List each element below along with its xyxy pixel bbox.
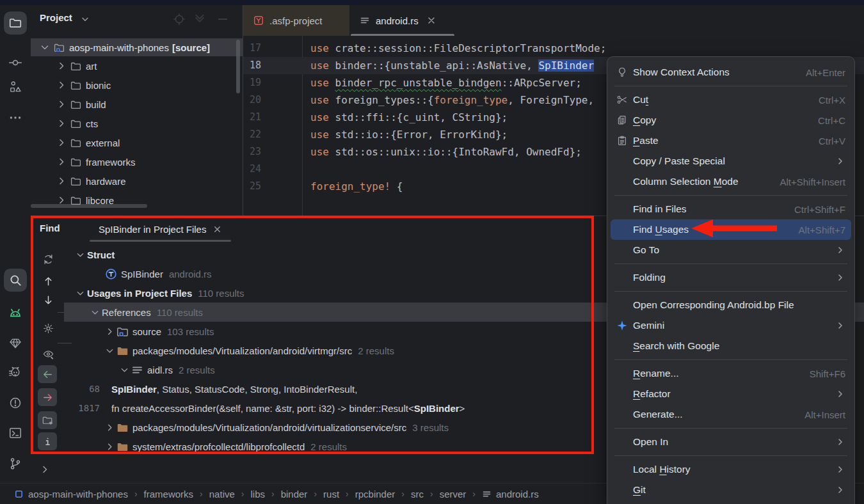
next-occurrence-button[interactable] [41, 293, 55, 307]
project-tree-item[interactable]: external [31, 133, 243, 152]
vertical-scrollbar[interactable] [236, 40, 240, 93]
project-tree-item[interactable]: build [31, 95, 243, 114]
logcat-tool-button[interactable] [4, 302, 27, 325]
navigate-back-button[interactable] [38, 365, 57, 383]
folder-filled-icon [116, 421, 129, 434]
menu-item-find-in-files[interactable]: Find in FilesCtrl+Shift+F [611, 199, 851, 219]
breadcrumb-item[interactable]: frameworks [144, 489, 194, 500]
open-in-new-tab-button[interactable] [38, 411, 57, 429]
breadcrumb-item[interactable]: rust [323, 489, 339, 500]
menu-item-show-context-actions[interactable]: Show Context ActionsAlt+Enter [611, 62, 851, 83]
project-tree-root-item[interactable]: aosp-main-with-phones [source] [31, 38, 243, 56]
breadcrumb-item[interactable]: src [411, 489, 424, 500]
project-tool-button[interactable] [4, 12, 27, 35]
menu-item-copy-paste-special[interactable]: Copy / Paste Special [611, 151, 851, 171]
terminal-tool-button[interactable] [4, 421, 27, 445]
menu-item-git[interactable]: Git [611, 480, 851, 500]
select-opened-file-button[interactable] [173, 13, 186, 26]
settings-button[interactable] [41, 321, 55, 335]
menu-item-cut[interactable]: CutCtrl+X [611, 90, 851, 110]
project-tree-item[interactable]: frameworks [31, 152, 243, 171]
chevron-right-icon[interactable] [105, 326, 116, 336]
more-tool-windows-button[interactable] [4, 106, 27, 129]
tab-android-rs[interactable]: android.rs [349, 5, 456, 36]
chevron-down-icon[interactable] [90, 307, 102, 317]
structure-tool-button[interactable] [4, 75, 27, 98]
menu-item-label: Go To [633, 244, 659, 256]
breadcrumb-separator: › [430, 489, 433, 499]
chevron-right-icon[interactable] [56, 99, 67, 109]
help-button[interactable] [38, 432, 57, 450]
branch-icon [8, 457, 22, 471]
find-tool-button[interactable] [4, 269, 27, 292]
chevron-right-icon[interactable] [56, 157, 67, 167]
menu-item-search-with-google[interactable]: Search with Google [611, 336, 851, 356]
breadcrumb-item[interactable]: android.rs [482, 489, 539, 500]
menu-item-gemini[interactable]: Gemini [611, 315, 851, 336]
menu-item-find-usages[interactable]: Find UsagesAlt+Shift+7 [611, 219, 851, 240]
app-quality-insights-tool-button[interactable] [4, 332, 27, 355]
menu-item-label: Copy [633, 114, 656, 126]
menu-item-generate[interactable]: Generate...Alt+Insert [611, 404, 851, 425]
project-tree-item[interactable]: bionic [31, 75, 243, 95]
chevron-right-icon[interactable] [56, 138, 67, 148]
collapsed-node-chevron[interactable] [40, 464, 50, 475]
breadcrumb-item[interactable]: server [440, 489, 467, 500]
menu-item-open-in[interactable]: Open In [611, 432, 851, 452]
chevron-right-icon[interactable] [105, 441, 116, 452]
collapse-all-button[interactable] [193, 13, 206, 26]
chevron-right-icon[interactable] [56, 80, 67, 90]
previous-occurrence-button[interactable] [41, 274, 55, 288]
chevron-right-icon[interactable] [56, 118, 67, 129]
chevron-right-icon[interactable] [56, 176, 67, 186]
project-tree-item[interactable]: art [31, 56, 243, 75]
chevron-right-icon[interactable] [56, 61, 67, 71]
problems-tool-button[interactable] [4, 391, 27, 414]
commit-tool-button[interactable] [4, 51, 27, 74]
breadcrumb-item[interactable]: aosp-main-with-phones [14, 489, 128, 500]
project-tree-item-label: frameworks [86, 157, 136, 168]
breadcrumb-item[interactable]: binder [281, 489, 308, 500]
folder-icon [70, 80, 81, 91]
result-text: 110 results [157, 307, 203, 318]
project-tree-item[interactable]: cts [31, 114, 243, 133]
menu-item-open-corresponding-android-bp-file[interactable]: Open Corresponding Android.bp File [611, 295, 851, 315]
rerun-search-button[interactable] [41, 252, 55, 266]
chevron-down-icon[interactable] [76, 249, 87, 260]
breadcrumb-item[interactable]: libs [250, 489, 265, 500]
hide-panel-button[interactable] [216, 13, 229, 26]
menu-item-rename[interactable]: Rename...Shift+F6 [611, 363, 851, 384]
chevron-down-icon[interactable] [76, 288, 87, 298]
result-text: source [132, 326, 161, 337]
chevron-down-icon[interactable] [81, 15, 90, 24]
horizontal-scrollbar[interactable] [31, 204, 147, 208]
project-tree-item[interactable]: hardware [31, 171, 243, 191]
chevron-down-icon[interactable] [120, 365, 131, 375]
breadcrumb-item[interactable]: rpcbinder [355, 489, 396, 500]
result-text: 2 results [179, 365, 215, 375]
cat-tool-button[interactable] [4, 361, 27, 384]
code-token: , ForeignType, [508, 94, 594, 106]
close-icon[interactable] [426, 15, 436, 26]
version-control-tool-button[interactable] [4, 452, 27, 475]
chevron-down-icon[interactable] [40, 42, 50, 52]
menu-item-go-to[interactable]: Go To [611, 240, 851, 260]
menu-item-icon-slot [616, 484, 628, 496]
chevron-down-icon[interactable] [105, 345, 116, 356]
chevron-right-icon[interactable] [105, 422, 116, 432]
menu-item-copy[interactable]: CopyCtrl+C [611, 110, 851, 130]
menu-item-shortcut: Ctrl+Shift+F [794, 204, 845, 215]
menu-item-folding[interactable]: Folding [611, 267, 851, 288]
project-tree-item-label: cts [86, 118, 98, 129]
menu-item-column-selection-mode[interactable]: Column Selection ModeAlt+Shift+Insert [611, 171, 851, 192]
code-token: use [310, 129, 335, 141]
breadcrumb-item[interactable]: native [209, 489, 235, 500]
menu-item-refactor[interactable]: Refactor [611, 384, 851, 404]
menu-item-paste[interactable]: PasteCtrl+V [611, 130, 851, 151]
result-text: packages/modules/Virtualization/android/… [132, 422, 406, 433]
menu-item-local-history[interactable]: Local History [611, 459, 851, 480]
preview-usages-button[interactable] [41, 347, 55, 361]
tab-asfp-project[interactable]: .asfp-project [243, 5, 349, 36]
code-line[interactable]: 17use crate::session::FileDescriptorTran… [243, 40, 864, 57]
navigate-forward-button[interactable] [38, 388, 57, 406]
